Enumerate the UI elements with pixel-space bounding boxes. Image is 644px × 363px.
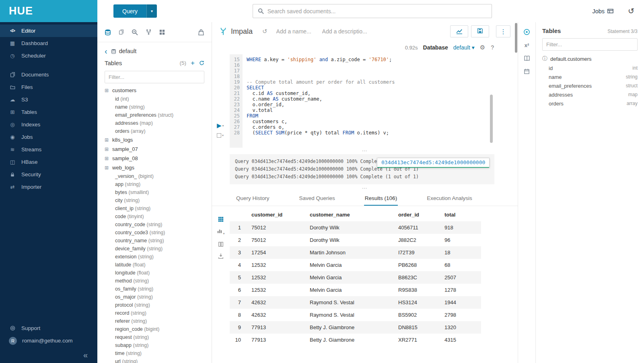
query-button[interactable]: Query (113, 4, 146, 18)
code-editor[interactable]: ▶▾ ▾ 1516171819202122232425262728 WHERE … (212, 54, 518, 148)
assist-column-city[interactable]: city (string) (97, 196, 212, 204)
assist-column-orders[interactable]: orders (array) (97, 127, 212, 135)
back-icon[interactable]: ‹ (105, 47, 107, 55)
result-row[interactable]: 275012Dorothy WilkJ882C296 (230, 234, 481, 246)
assist-column-os-major[interactable]: os_major (string) (97, 293, 212, 301)
resizer-handle-2[interactable]: ⋯ (212, 185, 518, 191)
search-box[interactable] (253, 4, 492, 18)
databases-icon[interactable] (105, 29, 111, 35)
sidebar-item-streams[interactable]: ≋Streams (0, 143, 97, 156)
assist-column-url[interactable]: url (string) (97, 357, 212, 363)
assist-column-region-code[interactable]: region_code (bigint) (97, 325, 212, 333)
right-column-id[interactable]: idint (542, 64, 638, 72)
right-column-addresses[interactable]: addressesmap (542, 90, 638, 99)
active-table[interactable]: ⓘ default.customers (542, 54, 638, 64)
result-row[interactable]: 977913Betty J. GiambroneDN88151320 (230, 321, 481, 334)
assist-column-addresses[interactable]: addresses (map) (97, 119, 212, 127)
sidebar-item-s3[interactable]: ☁S3 (0, 93, 97, 106)
assist-column-referer[interactable]: referer (string) (97, 317, 212, 325)
assist-table-customers[interactable]: ⊞customers (97, 86, 212, 95)
settings-gear-icon[interactable]: ⚙ (480, 44, 485, 51)
result-row[interactable]: 412532Melvin GarciaPB626868 (230, 259, 481, 271)
assist-column-method[interactable]: method (string) (97, 277, 212, 285)
result-row[interactable]: 742632Raymond S. VestalHS31241944 (230, 296, 481, 309)
sidebar-item-user[interactable]: R romain@gethue.com (0, 334, 97, 347)
query-id-popover[interactable]: 034d413ec7474ed5:4249de1000000000 (377, 158, 490, 168)
save-button[interactable] (471, 25, 489, 37)
chart-button[interactable] (450, 25, 468, 37)
bag-icon[interactable] (198, 29, 204, 35)
columns-icon[interactable] (218, 241, 224, 247)
assist-column-code[interactable]: code (tinyint) (97, 212, 212, 221)
database-selector[interactable]: default ▾ (453, 44, 475, 51)
sidebar-item-importer[interactable]: ⇄Importer (0, 181, 97, 193)
editor-scrollbar[interactable] (490, 95, 493, 143)
assist-column-subapp[interactable]: subapp (string) (97, 341, 212, 349)
sidebar-item-files[interactable]: Files (0, 81, 97, 93)
sidebar-item-jobs[interactable]: ◉Jobs (0, 131, 97, 143)
zoom-icon[interactable] (132, 29, 138, 35)
assist-column-version[interactable]: _version_ (bigint) (97, 172, 212, 180)
sidebar-item-dashboard[interactable]: ▦Dashboard (0, 37, 97, 50)
right-column-email-preferences[interactable]: email_preferencesstruct (542, 81, 638, 90)
search-input[interactable] (267, 8, 487, 14)
assist-column-email-preferences[interactable]: email_preferences (struct) (97, 111, 212, 119)
assist-column-country-name[interactable]: country_name (string) (97, 237, 212, 245)
functions-icon[interactable]: x² (525, 42, 529, 48)
query-dropdown-button[interactable]: ▾ (146, 4, 157, 18)
assist-column-country-code[interactable]: country_code (string) (97, 221, 212, 229)
page-scrollbar[interactable] (515, 23, 517, 53)
assist-column-device-family[interactable]: device_family (string) (97, 245, 212, 253)
documents-icon[interactable] (119, 29, 124, 35)
sidebar-item-security[interactable]: Security (0, 168, 97, 181)
download-icon[interactable] (218, 253, 224, 259)
sidebar-item-documents[interactable]: Documents (0, 68, 97, 81)
assist-column-country-code3[interactable]: country_code3 (string) (97, 229, 212, 237)
result-row[interactable]: 612532Melvin GarciaR9S8381278 (230, 284, 481, 296)
assist-column-record[interactable]: record (string) (97, 309, 212, 317)
git-tree-icon[interactable] (146, 29, 152, 35)
assist-filter-input[interactable] (105, 71, 204, 83)
assist-table-k8s-logs[interactable]: ⊞k8s_logs (97, 135, 212, 144)
explain-button[interactable]: ▾ (217, 133, 224, 138)
tab-results-106[interactable]: Results (106) (364, 191, 398, 206)
apps-icon[interactable] (159, 29, 165, 35)
result-row[interactable]: 175012Dorothy Wilk4056711918 (230, 221, 481, 234)
assist-column-latitude[interactable]: latitude (float) (97, 261, 212, 269)
history-icon[interactable]: ↺ (628, 7, 634, 15)
assist-column-os-family[interactable]: os_family (string) (97, 285, 212, 293)
assist-column-name[interactable]: name (string) (97, 103, 212, 111)
assist-table-web-logs[interactable]: ⊞web_logs (97, 163, 212, 172)
right-column-name[interactable]: namestring (542, 72, 638, 81)
assist-table-sample-08[interactable]: ⊞sample_08 (97, 154, 212, 163)
schedule-icon[interactable] (524, 68, 530, 74)
help-icon[interactable]: ? (490, 44, 494, 51)
grid-view-icon[interactable] (218, 217, 224, 222)
sidebar-item-indexes[interactable]: ◎Indexes (0, 118, 97, 131)
assist-column-request[interactable]: request (string) (97, 333, 212, 341)
assist-column-id[interactable]: id (int) (97, 95, 212, 103)
assist-column-protocol[interactable]: protocol (string) (97, 301, 212, 309)
assist-column-extension[interactable]: extension (string) (97, 253, 212, 261)
result-row[interactable]: 317254Martin JohnsonI72T3918 (230, 246, 481, 259)
assist-column-client-ip[interactable]: client_ip (string) (97, 204, 212, 212)
add-icon[interactable]: + (191, 60, 195, 66)
sidebar-item-scheduler[interactable]: ◷Scheduler (0, 50, 97, 62)
language-reference-icon[interactable] (524, 55, 530, 62)
refresh-icon[interactable] (199, 60, 204, 66)
chart-view-icon[interactable]: ▾ (217, 228, 224, 235)
right-filter-input[interactable] (542, 38, 638, 51)
code-lines[interactable]: WHERE a.key = 'shipping' and a.zip_code … (243, 54, 518, 148)
assist-column-app[interactable]: app (string) (97, 180, 212, 188)
query-name-input[interactable] (276, 28, 313, 35)
more-button[interactable]: ⋮ (496, 25, 510, 37)
resizer-handle[interactable]: ⋯ (212, 148, 518, 153)
quick-query-icon[interactable] (523, 29, 530, 35)
database-breadcrumb[interactable]: default (119, 48, 137, 54)
sidebar-collapse-button[interactable]: « (83, 351, 88, 359)
assist-table-sample-07[interactable]: ⊞sample_07 (97, 144, 212, 154)
sidebar-item-editor[interactable]: </>Editor (0, 25, 97, 37)
result-row[interactable]: 1077913Betty J. GiambroneXR27714315 (230, 334, 481, 346)
assist-column-time[interactable]: time (string) (97, 349, 212, 357)
query-description-input[interactable] (322, 28, 372, 35)
